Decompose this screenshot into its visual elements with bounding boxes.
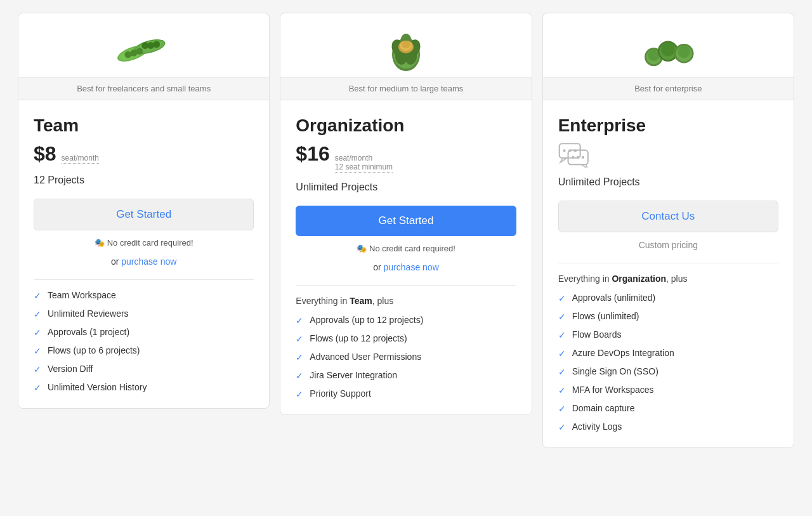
features-intro-suffix: , plus	[666, 274, 687, 284]
svg-point-25	[662, 43, 676, 56]
check-icon: ✓	[558, 385, 566, 395]
feature-text: Single Sign On (SSO)	[572, 366, 658, 376]
features-intro-bold: Team	[350, 296, 372, 306]
check-icon: ✓	[34, 309, 41, 319]
svg-marker-38	[581, 164, 587, 168]
purchase-prefix: or	[373, 262, 383, 272]
list-item: ✓Unlimited Reviewers	[34, 308, 254, 319]
features-intro-suffix: , plus	[372, 296, 393, 306]
feature-list-team: ✓Team Workspace✓Unlimited Reviewers✓Appr…	[34, 290, 254, 393]
list-item: ✓Flows (unlimited)	[558, 311, 778, 322]
list-item: ✓Approvals (up to 12 projects)	[296, 315, 516, 326]
features-intro-prefix: Everything in	[558, 274, 612, 284]
no-credit-team: 🎭No credit card required!	[34, 238, 254, 248]
feature-list-enterprise: ✓Approvals (unlimited)✓Flows (unlimited)…	[558, 293, 778, 432]
list-item: ✓MFA for Workspaces	[558, 385, 778, 395]
price-detail-line1: seat/month	[335, 154, 393, 162]
list-item: ✓Version Diff	[34, 364, 254, 374]
list-item: ✓Unlimited Version History	[34, 382, 254, 393]
check-icon: ✓	[558, 348, 566, 359]
check-icon: ✓	[34, 383, 41, 393]
pricing-card-organization: Best for medium to large teamsOrganizati…	[280, 13, 532, 415]
pricing-card-team: Best for freelancers and small teamsTeam…	[18, 13, 270, 409]
feature-list-organization: ✓Approvals (up to 12 projects)✓Flows (up…	[296, 315, 516, 399]
check-icon: ✓	[558, 312, 566, 322]
list-item: ✓Domain capture	[558, 403, 778, 414]
cta-button-organization[interactable]: Get Started	[296, 206, 516, 236]
brussels-sprouts-image	[639, 27, 697, 72]
feature-text: Flow Boards	[572, 329, 622, 340]
custom-pricing-text: Custom pricing	[558, 240, 778, 250]
card-header-organization: Best for medium to large teams	[280, 77, 531, 100]
feature-text: Flows (up to 12 projects)	[310, 333, 407, 343]
features-intro-bold: Organization	[612, 274, 666, 284]
purchase-prefix: or	[111, 256, 121, 267]
list-item: ✓Flow Boards	[558, 329, 778, 340]
price-row-organization: $16seat/month12 seat minimum	[296, 142, 516, 173]
features-intro-prefix: Everything in	[296, 296, 350, 306]
plan-name-team: Team	[34, 116, 254, 136]
purchase-link-organization[interactable]: purchase now	[384, 262, 439, 272]
feature-text: Approvals (up to 12 projects)	[310, 315, 423, 325]
check-icon: ✓	[558, 330, 566, 340]
feature-text: Version Diff	[48, 364, 93, 374]
chat-icon	[558, 142, 591, 168]
purchase-row-organization: or purchase now	[296, 262, 516, 272]
feature-text: Flows (unlimited)	[572, 311, 639, 321]
feature-text: Unlimited Reviewers	[48, 308, 129, 319]
pricing-card-enterprise: Best for enterpriseEnterprise Unlimited …	[542, 13, 794, 448]
card-body-organization: Organization$16seat/month12 seat minimum…	[280, 100, 531, 414]
cta-button-enterprise[interactable]: Contact Us	[558, 201, 778, 232]
feature-text: Flows (up to 6 projects)	[48, 345, 140, 355]
price-amount-team: $8	[34, 142, 56, 166]
feature-text: Approvals (1 project)	[48, 327, 129, 337]
card-image-area-enterprise	[543, 13, 794, 77]
feature-text: Domain capture	[572, 403, 635, 413]
card-header-team: Best for freelancers and small teams	[18, 77, 269, 100]
feature-text: Approvals (unlimited)	[572, 293, 656, 303]
no-credit-text: No credit card required!	[369, 244, 455, 253]
list-item: ✓Priority Support	[296, 388, 516, 399]
list-item: ✓Jira Server Integration	[296, 370, 516, 381]
list-item: ✓Approvals (unlimited)	[558, 293, 778, 303]
list-item: ✓Approvals (1 project)	[34, 327, 254, 338]
no-credit-text: No credit card required!	[107, 238, 193, 248]
svg-point-37	[581, 156, 584, 159]
check-icon: ✓	[34, 327, 41, 338]
feature-text: Jira Server Integration	[310, 370, 397, 380]
feature-text: Azure DevOps Integration	[572, 348, 674, 358]
svg-point-35	[572, 156, 574, 159]
purchase-link-team[interactable]: purchase now	[121, 256, 176, 267]
price-details-team: seat/month	[62, 154, 99, 164]
plan-name-organization: Organization	[296, 116, 516, 136]
cta-button-team[interactable]: Get Started	[34, 199, 254, 230]
projects-text-team: 12 Projects	[34, 175, 254, 186]
check-icon: ✓	[296, 334, 303, 344]
artichoke-image	[377, 27, 435, 72]
list-item: ✓Single Sign On (SSO)	[558, 366, 778, 377]
no-credit-icon: 🎭	[357, 244, 367, 253]
check-icon: ✓	[296, 352, 303, 362]
divider-team	[34, 279, 254, 280]
svg-point-6	[136, 48, 143, 55]
card-image-area-team	[18, 13, 269, 77]
svg-point-8	[147, 42, 154, 49]
divider-organization	[296, 285, 516, 286]
list-item: ✓Advanced User Permissions	[296, 352, 516, 362]
svg-point-19	[402, 41, 410, 48]
list-item: ✓Team Workspace	[34, 290, 254, 301]
price-details-organization: seat/month12 seat minimum	[335, 154, 393, 173]
feature-text: Team Workspace	[48, 290, 116, 300]
feature-text: Priority Support	[310, 388, 370, 399]
check-icon: ✓	[558, 404, 566, 414]
price-amount-organization: $16	[296, 142, 329, 166]
edamame-image	[115, 27, 173, 72]
feature-text: Advanced User Permissions	[310, 352, 421, 362]
check-icon: ✓	[296, 371, 303, 381]
list-item: ✓Activity Logs	[558, 421, 778, 432]
features-intro-enterprise: Everything in Organization, plus	[558, 274, 778, 284]
projects-text-organization: Unlimited Projects	[296, 182, 516, 193]
card-header-enterprise: Best for enterprise	[543, 77, 794, 100]
plan-name-enterprise: Enterprise	[558, 116, 778, 136]
svg-point-28	[678, 46, 691, 58]
